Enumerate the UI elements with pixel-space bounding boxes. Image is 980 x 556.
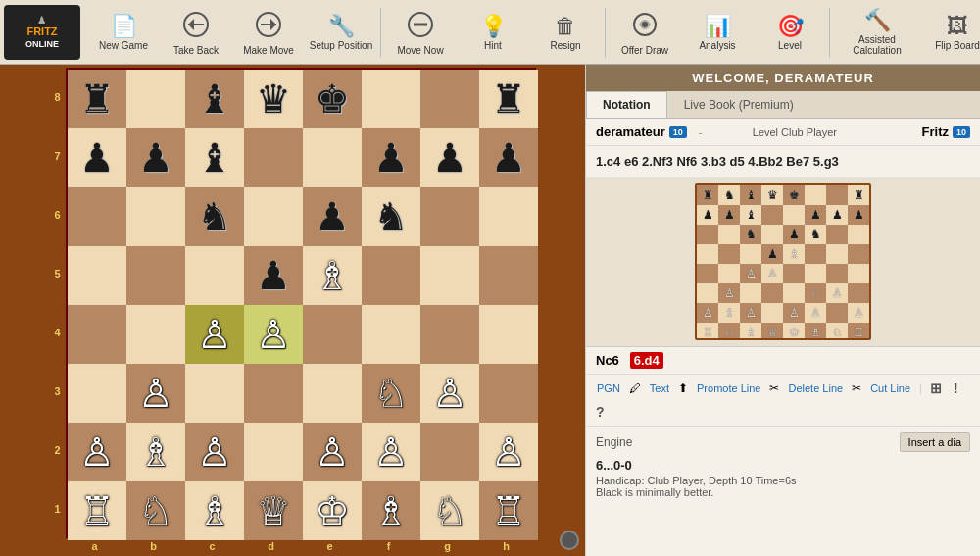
right-panel: WELCOME, DERAMATEUR Notation Live Book (… [585,65,980,556]
make-move-button[interactable]: Make Move [233,3,304,62]
square-d3[interactable] [244,364,303,423]
square-c3[interactable] [185,364,244,423]
square-b8[interactable] [126,70,185,128]
square-g2[interactable] [420,423,479,481]
engine-move: 6...0-0 [596,456,970,475]
square-e1[interactable]: ♔ [303,481,362,540]
flip-board-button[interactable]: 🖼 Flip Board [922,3,980,62]
square-h5[interactable] [479,246,538,305]
engine-label: Engine [596,435,632,449]
hint-button[interactable]: 💡 Hint [458,3,528,62]
new-game-icon: 📄 [111,16,137,37]
square-h2[interactable]: ♙ [479,423,538,481]
offer-draw-button[interactable]: Offer Draw [610,3,680,62]
square-c7[interactable]: ♝ [185,128,244,187]
square-a4[interactable] [68,305,126,364]
analysis-button[interactable]: 📊 Analysis [682,3,753,62]
square-f8[interactable] [362,70,420,128]
square-e5[interactable]: ♗ [303,246,362,305]
pgn-button[interactable]: PGN [592,380,625,396]
square-c8[interactable]: ♝ [185,70,244,128]
square-a1[interactable]: ♖ [68,481,126,540]
square-d5[interactable]: ♟ [244,246,303,305]
square-g7[interactable]: ♟ [420,128,479,187]
square-b7[interactable]: ♟ [126,128,185,187]
promote-line-button[interactable]: Promote Line [692,380,765,396]
square-a6[interactable] [68,187,126,246]
insert-diagram-button[interactable]: Insert a dia [900,432,970,452]
move-now-button[interactable]: Move Now [385,3,456,62]
square-a3[interactable] [68,364,126,423]
square-e3[interactable] [303,364,362,423]
player-white-badge: 10 [669,126,687,138]
square-c1[interactable]: ♗ [185,481,244,540]
square-f7[interactable]: ♟ [362,128,420,187]
square-c2[interactable]: ♙ [185,423,244,481]
square-d2[interactable] [244,423,303,481]
grid-button[interactable]: ⊞ [926,379,946,398]
square-h6[interactable] [479,187,538,246]
square-g5[interactable] [420,246,479,305]
square-e7[interactable] [303,128,362,187]
square-f1[interactable]: ♗ [362,481,420,540]
square-f5[interactable] [362,246,420,305]
file-b: b [124,538,183,554]
square-g1[interactable]: ♘ [420,481,479,540]
square-c5[interactable] [185,246,244,305]
square-g6[interactable] [420,187,479,246]
tab-live-book[interactable]: Live Book (Premium) [667,91,810,118]
level-text: Level Club Player [753,126,837,138]
square-d7[interactable] [244,128,303,187]
square-b2[interactable]: ♗ [126,423,185,481]
square-f3[interactable]: ♘ [362,364,420,423]
tab-notation[interactable]: Notation [586,91,667,118]
square-g4[interactable] [420,305,479,364]
text-button[interactable]: Text [645,380,674,396]
square-b6[interactable] [126,187,185,246]
square-d4[interactable]: ♙ [244,305,303,364]
piece-f6: ♞ [373,197,409,236]
square-g8[interactable] [420,70,479,128]
question-button[interactable]: ? [592,402,609,422]
square-f2[interactable]: ♙ [362,423,420,481]
square-e6[interactable]: ♟ [303,187,362,246]
square-b4[interactable] [126,305,185,364]
delete-line-button[interactable]: Delete Line [783,380,848,396]
square-b1[interactable]: ♘ [126,481,185,540]
square-h7[interactable]: ♟ [479,128,538,187]
resign-button[interactable]: 🗑 Resign [530,3,601,62]
file-a: a [66,538,124,554]
cut-line-button[interactable]: Cut Line [865,380,915,396]
square-b5[interactable] [126,246,185,305]
square-a5[interactable] [68,246,126,305]
square-d1[interactable]: ♕ [244,481,303,540]
new-game-button[interactable]: 📄 New Game [88,3,159,62]
setup-position-button[interactable]: 🔧 Setup Position [306,3,376,62]
square-b3[interactable]: ♙ [126,364,185,423]
level-button[interactable]: 🎯 Level [755,3,825,62]
square-c4[interactable]: ♙ [185,305,244,364]
square-h4[interactable] [479,305,538,364]
piece-a7: ♟ [79,138,115,177]
square-c6[interactable]: ♞ [185,187,244,246]
square-g3[interactable]: ♙ [420,364,479,423]
square-f4[interactable] [362,305,420,364]
square-d6[interactable] [244,187,303,246]
square-h8[interactable]: ♜ [479,70,538,128]
square-e2[interactable]: ♙ [303,423,362,481]
square-f6[interactable]: ♞ [362,187,420,246]
take-back-button[interactable]: Take Back [161,3,231,62]
square-h3[interactable] [479,364,538,423]
piece-c8: ♝ [197,79,232,119]
assisted-calculation-button[interactable]: 🔨 Assisted Calculation [834,3,920,62]
square-a8[interactable]: ♜ [68,70,126,128]
square-d8[interactable]: ♛ [244,70,303,128]
exclamation-button[interactable]: ! [950,379,962,398]
square-e8[interactable]: ♚ [303,70,362,128]
notation-controls: PGN 🖊 Text ⬆ Promote Line ✂ Delete Line … [586,374,980,427]
chess-board[interactable]: ♜ ♝ ♛ ♚ ♜ ♟ ♟ ♝ ♟ ♟ ♟ [66,68,536,538]
square-a2[interactable]: ♙ [68,423,126,481]
square-h1[interactable]: ♖ [479,481,538,540]
square-e4[interactable] [303,305,362,364]
square-a7[interactable]: ♟ [68,128,126,187]
